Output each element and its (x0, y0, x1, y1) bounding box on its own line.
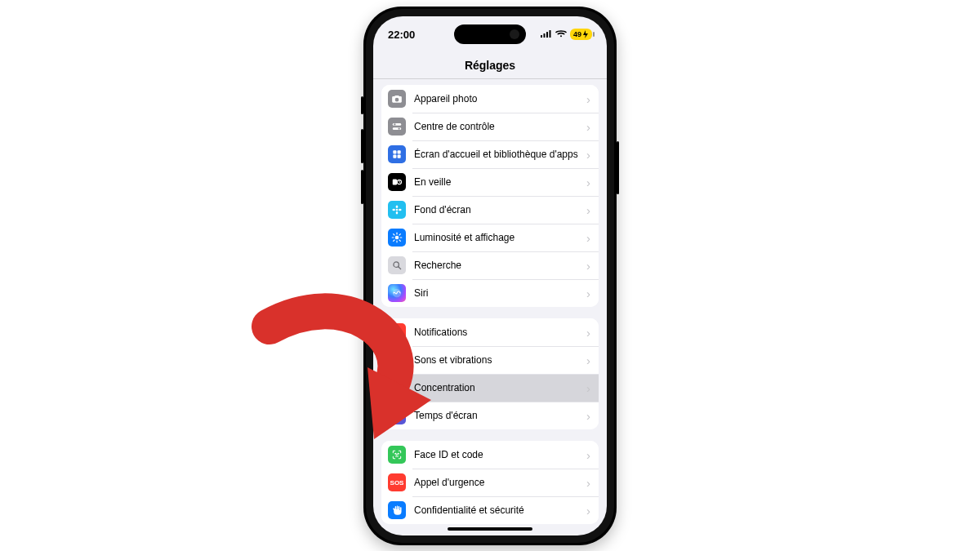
mute-switch (361, 96, 363, 114)
row-label: Siri (414, 287, 586, 299)
standby-icon (388, 173, 406, 191)
settings-row-siri[interactable]: Siri› (381, 279, 599, 307)
svg-rect-12 (398, 155, 401, 158)
svg-point-33 (398, 453, 399, 454)
svg-line-27 (394, 240, 394, 241)
home-indicator[interactable] (448, 527, 532, 531)
chevron-right-icon: › (586, 204, 590, 216)
settings-row-homescreen[interactable]: Écran d'accueil et bibliothèque d'apps› (381, 140, 599, 168)
status-time: 22:00 (388, 29, 415, 41)
page-title: Réglages (465, 59, 515, 72)
svg-rect-1 (543, 33, 545, 38)
settings-row-focus[interactable]: Concentration› (381, 374, 599, 402)
row-label: Face ID et code (414, 449, 586, 460)
row-label: Centre de contrôle (414, 121, 586, 132)
settings-row-privacy[interactable]: Confidentialité et sécurité› (381, 496, 599, 524)
settings-group-security: Face ID et code›SOSAppel d'urgence›Confi… (381, 441, 599, 524)
flower-icon (388, 201, 406, 219)
settings-row-wallpaper[interactable]: Fond d'écran› (381, 196, 599, 224)
row-label: Concentration (414, 382, 586, 393)
svg-point-8 (398, 127, 399, 129)
row-label: Appel d'urgence (414, 477, 586, 488)
screen: 22:00 49 Réglages Appareil p (373, 16, 607, 535)
settings-row-standby[interactable]: En veille› (381, 168, 599, 196)
settings-row-controlcenter[interactable]: Centre de contrôle› (381, 113, 599, 140)
svg-line-28 (399, 234, 400, 235)
svg-rect-0 (541, 35, 542, 38)
svg-point-15 (396, 209, 399, 211)
svg-rect-10 (398, 150, 401, 153)
toggles-icon (388, 118, 406, 136)
settings-row-brightness[interactable]: Luminosité et affichage› (381, 224, 599, 251)
battery-indicator: 49 (570, 29, 592, 40)
chevron-right-icon: › (586, 149, 590, 161)
chevron-right-icon: › (586, 176, 590, 189)
svg-point-17 (396, 211, 399, 215)
dynamic-island (454, 24, 526, 44)
settings-row-notifications[interactable]: Notifications› (381, 318, 599, 346)
chevron-right-icon: › (586, 287, 590, 300)
stage: 22:00 49 Réglages Appareil p (0, 0, 980, 551)
row-label: En veille (414, 176, 586, 188)
power-button (617, 141, 619, 194)
volume-up (361, 129, 363, 163)
search-icon (388, 256, 406, 274)
svg-rect-9 (393, 150, 396, 153)
camera-icon (388, 90, 406, 108)
row-label: Temps d'écran (414, 410, 586, 421)
settings-row-sounds[interactable]: Sons et vibrations› (381, 346, 599, 374)
volume-down (361, 170, 363, 204)
row-label: Sons et vibrations (414, 354, 586, 366)
chevron-right-icon: › (586, 354, 590, 367)
nav-header: Réglages (373, 52, 607, 79)
chevron-right-icon: › (586, 232, 590, 244)
svg-point-19 (399, 209, 402, 211)
speaker-icon (388, 351, 406, 369)
svg-point-20 (395, 236, 399, 240)
hand-icon (388, 501, 406, 519)
faceid-icon (388, 446, 406, 464)
svg-rect-13 (393, 180, 397, 185)
settings-row-search[interactable]: Recherche› (381, 251, 599, 279)
svg-line-25 (394, 234, 394, 235)
settings-list[interactable]: Appareil photo›Centre de contrôle›Écran … (373, 78, 607, 535)
chevron-right-icon: › (586, 410, 590, 422)
row-label: Recherche (414, 260, 586, 271)
svg-point-18 (392, 209, 395, 211)
svg-point-4 (560, 35, 562, 37)
battery-text: 49 (573, 30, 581, 38)
svg-point-16 (396, 205, 399, 208)
row-label: Écran d'accueil et bibliothèque d'apps (414, 149, 586, 160)
wifi-icon (555, 29, 567, 40)
sun-icon (388, 229, 406, 247)
bell-icon (388, 323, 406, 341)
chevron-right-icon: › (586, 382, 590, 394)
row-label: Luminosité et affichage (414, 232, 586, 243)
svg-point-7 (394, 123, 395, 125)
apps-icon (388, 145, 406, 163)
svg-rect-3 (549, 30, 550, 38)
siri-icon (388, 284, 406, 302)
sos-icon: SOS (388, 473, 406, 491)
settings-group-display: Appareil photo›Centre de contrôle›Écran … (381, 85, 599, 307)
cellular-icon (541, 29, 552, 40)
phone-frame: 22:00 49 Réglages Appareil p (363, 7, 617, 545)
settings-group-attention: Notifications›Sons et vibrations›Concent… (381, 318, 599, 429)
settings-row-screentime[interactable]: Temps d'écran› (381, 402, 599, 429)
row-label: Appareil photo (414, 93, 586, 104)
chevron-right-icon: › (586, 93, 590, 105)
row-label: Fond d'écran (414, 204, 586, 216)
chevron-right-icon: › (586, 121, 590, 133)
hourglass-icon (388, 407, 406, 424)
settings-row-faceid[interactable]: Face ID et code› (381, 441, 599, 469)
row-label: Confidentialité et sécurité (414, 504, 586, 516)
row-label: Notifications (414, 327, 586, 338)
settings-row-sos[interactable]: SOSAppel d'urgence› (381, 469, 599, 496)
chevron-right-icon: › (586, 327, 590, 339)
svg-line-26 (399, 240, 400, 241)
svg-line-30 (399, 267, 401, 269)
svg-rect-2 (546, 32, 548, 38)
settings-row-camera[interactable]: Appareil photo› (381, 85, 599, 113)
chevron-right-icon: › (586, 504, 590, 517)
svg-point-32 (395, 453, 396, 454)
